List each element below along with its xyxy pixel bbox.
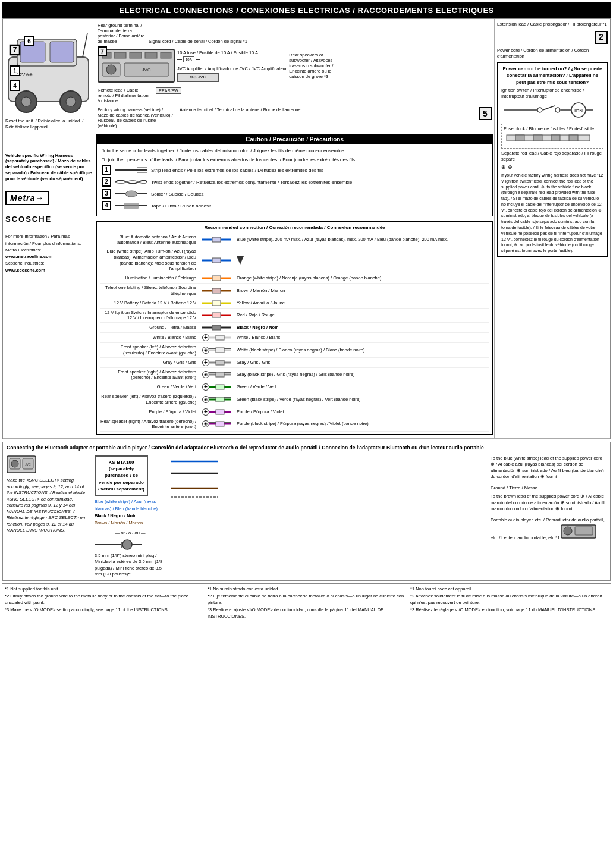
blue-antenna-right: Blue (white stripe), 200 mA max. / Azul … (234, 233, 489, 247)
ks-bta100-box: KS-BTA100 (separately purchased / se ven… (95, 455, 148, 496)
top-labels-row: Rear ground terminal / Terminal de tierr… (98, 23, 492, 44)
src-select-text: Make the <SRC SELECT> setting accordingl… (7, 477, 90, 534)
telephone-right: Brown / Marrón / Marron (234, 284, 489, 298)
svg-text:⊖⊕: ⊖⊕ (26, 73, 33, 77)
step2-label: 2 (105, 178, 108, 186)
battery-label: 12 V Battery / Bateria 12 V / Batterie 1… (114, 300, 196, 306)
metra-logo-text: Metra→ (5, 191, 49, 205)
rear-left-label-left: Rear speaker (left) / Altavoz trasero (i… (100, 392, 199, 407)
connector-svg-9 (209, 346, 231, 354)
battery-right: Yellow / Amarillo / Jaune (234, 298, 489, 308)
bt-unit-svg: JVC (7, 455, 36, 473)
wire-row-white: White / Blanco / Blanc + White / Bla (100, 333, 489, 343)
fuse-block-label: Fuse block / Bloque de fusibles / Porte-… (504, 126, 601, 133)
bt-right-panel: To the blue (white stripe) lead of the s… (491, 455, 606, 578)
reset-text: Reset the unit. / Reinicialice la unidad… (5, 118, 83, 130)
wire-row-illumination: Illumination / Iluminación / Éclairage O… (100, 273, 489, 284)
wire-row-green: Green / Verde / Vert + Green / Verde (100, 382, 489, 392)
connector-svg-10 (209, 358, 231, 367)
caution-step1: 1 Strip lead ends / Pele los extremos de… (102, 165, 488, 175)
rear-left-label: Rear speaker (left) / Altavoz trasero (i… (100, 394, 196, 405)
footnote-fr2: *2 Attachez solidement le fil de mise à … (410, 593, 608, 606)
no-power-header: Power cannot be turned on? / ¿No se pued… (501, 65, 603, 86)
svg-rect-24 (130, 52, 142, 58)
purple-connector: + (199, 407, 234, 417)
telephone-right-text: Brown / Marrón / Marron (237, 288, 285, 294)
rear-left-connector: ◉ (199, 392, 234, 407)
svg-rect-55 (212, 325, 221, 330)
separate-red-text: Separate red lead / Cable rojo separado … (501, 150, 602, 162)
svg-rect-49 (212, 288, 221, 293)
metra-logo: Metra→ (5, 191, 92, 205)
connector-area-inner: Rear ground terminal / Terminal de tierr… (98, 23, 492, 128)
front-left-right: White (black stripe) / Blanco (rayas neg… (234, 343, 489, 357)
step1-text: Strip lead ends / Pele los extremos de l… (151, 167, 323, 174)
speaker-icon-fl: ◉ (202, 347, 209, 354)
ground-label: Ground / Tierra / Masse (149, 325, 196, 331)
wire-rows-container: Blue: Automatic antenna / Azul: Antena a… (100, 233, 489, 432)
bt-right-ground-text: Ground / Tierra / Masse (491, 485, 537, 490)
signal-cord-text: Signal cord / Cable de señal / Cordon de… (149, 39, 247, 44)
factory-harness-label: Factory wiring harness (vehicle) / Mazo … (98, 107, 175, 128)
stereo-plug-area: 3.5 mm (1/8") stereo mini plug / Minicla… (95, 539, 166, 578)
gray-label: Gray / Gris / Gris (163, 360, 196, 366)
footnote-fr1: *1 Non fourni avec cet appareil. (410, 586, 608, 593)
footnote-en2: *2 Firmly attach the ground wire to the … (5, 593, 203, 606)
num5-area: 5 (479, 107, 492, 120)
svg-point-79 (555, 108, 560, 112)
footnote-fr3: *3 Réalisez le réglage <I/O MODE> en fon… (410, 607, 608, 614)
bt-wires-panel (171, 455, 486, 578)
connector-svg-14 (209, 408, 231, 416)
no-power-header-text: Power cannot be turned on? / ¿No se pued… (502, 66, 602, 84)
fuse-sym-row: 10A (177, 56, 287, 62)
step3-label: 3 (105, 190, 108, 198)
svg-rect-86 (551, 135, 560, 141)
wire-row-gray: Gray / Gris / Gris + Gray / Gris / G (100, 358, 489, 368)
svg-text:-12V: -12V (15, 72, 26, 77)
front-right-right-text: Gray (black stripe) / Gris (rayas negras… (237, 372, 354, 378)
battery-connector (199, 298, 234, 308)
svg-rect-65 (216, 372, 224, 377)
bt-right-ground-row: Ground / Tierra / Masse (491, 485, 606, 492)
recommended-box: Recommended connection / Conexión recome… (96, 221, 493, 435)
rear-left-right-text: Green (black stripe) / Verde (rayas negr… (237, 397, 360, 402)
green-right-text: Green / Verde / Vert (237, 384, 276, 390)
front-left-connector: ◉ (199, 343, 234, 357)
header-title: ELECTRICAL CONNECTIONS / CONEXIONES ELEC… (119, 6, 493, 15)
ignition-right-text: Red / Rojo / Rouge (237, 312, 275, 318)
fuse-amp-area: 10 A fuse / Fusible de 10 A / Fusible 10… (177, 50, 287, 82)
footnote-en: *1 Not supplied for this unit. *2 Firmly… (5, 586, 203, 620)
telephone-connector (199, 284, 234, 298)
remote-rear-row: Remote lead / Cable remoto / Fil d'alime… (98, 87, 492, 103)
svg-rect-60 (216, 348, 224, 353)
wire-left (177, 59, 182, 60)
rear-ground-label: Rear ground terminal / Terminal de tierr… (98, 23, 145, 44)
wire-row-purple: Purple / Púrpura / Violet + Purple / (100, 407, 489, 417)
extension-lead-text: Extension lead / Cable prolongador / Fil… (497, 21, 607, 27)
caution-step3: 3 Solder / Suelde / Soudez (102, 189, 488, 199)
svg-text:4: 4 (13, 83, 17, 89)
ground-right: Black / Negro / Noir (234, 323, 489, 332)
bt-wire-svg (171, 455, 218, 503)
connector-svg-1 (202, 235, 231, 244)
speaker-icon-fr: ◉ (202, 371, 209, 378)
white-right: White / Blanco / Blanc (234, 333, 489, 342)
illumination-right: Orange (white stripe) / Naranja (rayas b… (234, 273, 489, 283)
wire-row-ignition: 12 V Ignition Switch / Interruptor de en… (100, 309, 489, 323)
strip-wire-svg (115, 166, 147, 174)
svg-point-7 (66, 97, 76, 106)
plus-circle-purple: + (202, 408, 209, 416)
remote-lead-label: Remote lead / Cable remoto / Fil d'alime… (98, 87, 151, 103)
rear-speakers-text: Rear speakers or subwoofer / Altavoces t… (289, 52, 333, 79)
svg-rect-41 (212, 237, 221, 242)
bt-right-brown: To the brown lead of the supplied power … (491, 493, 606, 512)
connector-svgs: JVC 7 10 A fuse / Fusible de 10 A / Fusi… (98, 46, 492, 85)
green-label: Green / Verde / Vert (157, 384, 196, 390)
footnote-fr: *1 Non fourni avec cet appareil. *2 Atta… (410, 586, 608, 620)
step3-text: Solder / Suelde / Soudez (151, 191, 204, 197)
illumination-label: Illumination / Iluminación / Éclairage (125, 275, 196, 281)
ignition-label: 12 V Ignition Switch / Interruptor de en… (100, 310, 196, 322)
white-label: White / Blanco / Blanc (153, 335, 196, 341)
bt-section: Connecting the Bluetooth adapter or port… (2, 442, 611, 581)
bt-right-blue-text: To the blue (white stripe) lead of the s… (491, 455, 604, 480)
